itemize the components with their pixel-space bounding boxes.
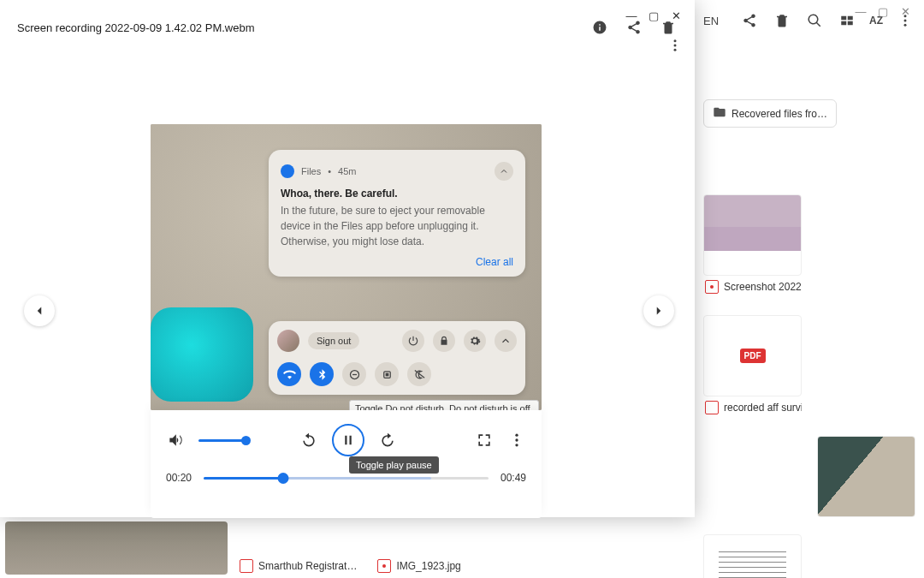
pdf-icon — [240, 559, 253, 573]
video-object — [151, 307, 253, 402]
svg-rect-8 — [385, 372, 388, 376]
delete-icon[interactable] — [772, 10, 792, 31]
night-light-toggle — [407, 362, 431, 386]
thumbnail — [703, 194, 802, 276]
lock-icon — [433, 330, 455, 352]
share-icon[interactable] — [739, 10, 760, 31]
image-icon — [377, 559, 391, 573]
file-card[interactable]: aff surviv for robert.… — [703, 534, 802, 578]
pdf-badge: PDF — [740, 349, 766, 363]
files-panel: EN AZ Recovered files fro… Screenshot 20… — [695, 0, 924, 578]
restore-button[interactable]: ▢ — [647, 9, 660, 22]
volume-icon[interactable] — [166, 431, 185, 450]
bluetooth-toggle — [310, 362, 334, 386]
more-icon[interactable] — [667, 38, 683, 57]
file-card[interactable]: Screenshot 2022-0… — [703, 194, 802, 298]
video-frame[interactable]: Files • 45m Whoa, there. Be careful. In … — [151, 124, 542, 410]
svg-point-5 — [674, 49, 677, 51]
background-thumbnail — [5, 521, 228, 575]
file-name: recorded aff surviv … — [724, 402, 802, 414]
volume-slider[interactable] — [198, 439, 246, 442]
rewind-10-icon[interactable] — [299, 431, 318, 450]
notification-body: In the future, be sure to eject your rem… — [281, 203, 513, 249]
folder-icon — [713, 105, 726, 122]
file-item[interactable]: Smarthub Registrat… — [240, 559, 357, 573]
restore-button[interactable]: ▢ — [876, 4, 890, 18]
player-controls: 00:20 Toggle play pause 00:49 — [151, 410, 542, 518]
notification-time: 45m — [338, 166, 356, 176]
thumbnail — [703, 534, 802, 578]
thumbnail: PDF — [703, 315, 802, 396]
gear-icon — [464, 330, 486, 352]
svg-point-3 — [674, 39, 677, 42]
wifi-toggle — [277, 362, 301, 386]
video-preview-window: — ▢ ✕ Screen recording 2022-09-09 1.42.0… — [0, 0, 695, 517]
notification-card: Files • 45m Whoa, there. Be careful. In … — [269, 150, 525, 277]
duration: 00:49 — [500, 472, 526, 484]
screen-capture-toggle — [375, 362, 399, 386]
file-card[interactable]: PDF recorded aff surviv … — [703, 315, 802, 419]
more-icon[interactable] — [507, 431, 526, 450]
thumbnail — [817, 436, 915, 517]
language-indicator[interactable]: EN — [703, 15, 719, 27]
image-icon — [705, 280, 719, 294]
info-icon[interactable] — [590, 18, 609, 37]
previous-button[interactable] — [24, 295, 55, 326]
play-pause-tooltip: Toggle play pause — [349, 456, 439, 474]
dnd-tooltip: Toggle Do not disturb. Do not disturb is… — [349, 400, 539, 410]
folder-chip[interactable]: Recovered files fro… — [703, 99, 837, 128]
next-button[interactable] — [643, 295, 674, 326]
file-card[interactable] — [817, 436, 915, 517]
forward-10-icon[interactable] — [378, 431, 397, 450]
minimize-button[interactable]: — — [625, 9, 638, 22]
notification-source: Files — [301, 166, 321, 176]
svg-point-11 — [515, 444, 518, 446]
close-button[interactable]: ✕ — [669, 9, 683, 22]
app-icon — [281, 164, 294, 178]
preview-title: Screen recording 2022-09-09 1.42.02 PM.w… — [17, 21, 255, 34]
svg-point-2 — [904, 24, 907, 27]
folder-chip-label: Recovered files fro… — [732, 108, 827, 120]
file-name: Screenshot 2022-0… — [724, 281, 802, 293]
svg-point-4 — [674, 45, 677, 47]
quick-settings-panel: Sign out — [269, 321, 525, 395]
fullscreen-icon[interactable] — [475, 431, 494, 450]
sign-out-button: Sign out — [308, 332, 359, 349]
file-item[interactable]: IMG_1923.jpg — [377, 559, 460, 573]
svg-point-1 — [904, 20, 907, 22]
play-pause-button[interactable] — [332, 424, 364, 456]
clear-all-link: Clear all — [281, 256, 513, 268]
avatar — [277, 330, 299, 352]
file-name: IMG_1923.jpg — [396, 560, 460, 572]
current-time: 00:20 — [166, 472, 192, 484]
pdf-icon — [705, 401, 719, 414]
progress-bar[interactable]: Toggle play pause — [204, 477, 489, 480]
notification-title: Whoa, there. Be careful. — [281, 188, 513, 200]
dnd-toggle — [342, 362, 366, 386]
search-icon[interactable] — [804, 10, 825, 31]
chevron-up-icon — [495, 162, 513, 181]
minimize-button[interactable]: — — [854, 4, 868, 18]
svg-point-9 — [515, 434, 518, 437]
close-button[interactable]: ✕ — [898, 4, 912, 18]
svg-point-10 — [515, 438, 518, 441]
power-icon — [402, 330, 424, 352]
file-name: Smarthub Registrat… — [258, 560, 357, 572]
chevron-up-icon — [495, 330, 517, 352]
